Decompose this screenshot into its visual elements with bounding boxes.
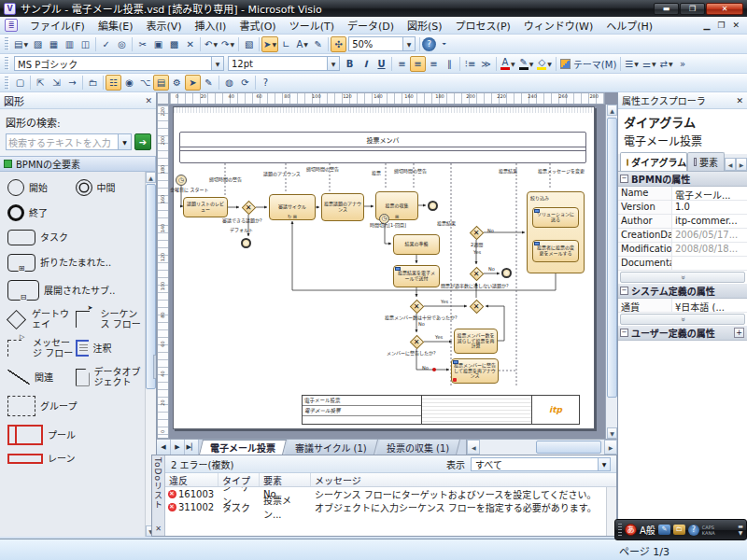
stencil-collapsed[interactable]: 折りたたまれた.. — [7, 254, 143, 272]
stencil-msgflow[interactable]: メッセージ フロー — [7, 338, 76, 358]
ime-help-icon[interactable]: ? — [688, 525, 699, 536]
bpmn-gw-join[interactable]: ✕ — [469, 299, 484, 314]
zoom-dropdown-icon[interactable]: ▼ — [402, 37, 415, 50]
overflow-icon[interactable]: » — [675, 56, 691, 72]
stencil-pool[interactable]: プール — [7, 425, 143, 445]
toolbar-options-icon[interactable]: ⏷ — [436, 36, 452, 52]
ime-toolbox-icon[interactable]: 🗀 — [673, 525, 685, 535]
bpmn-end-collect[interactable] — [428, 201, 438, 211]
redo-icon[interactable]: ↷▼ — [219, 36, 236, 52]
theme-button[interactable]: テーマ(M) — [558, 56, 618, 72]
help-button[interactable]: ? — [422, 37, 436, 51]
line-weight-icon[interactable]: ☰▼ — [623, 56, 641, 72]
bpmn-start-timer[interactable]: ◷ — [176, 175, 187, 186]
stencil-seqflow[interactable]: シーケンス フロー — [76, 309, 144, 329]
fill-color-icon[interactable]: ◇▼ — [535, 56, 554, 72]
spelling-icon[interactable]: ✓ — [98, 36, 114, 52]
bpmn-end-default[interactable] — [241, 238, 251, 248]
vertical-text-icon[interactable]: ∥ — [442, 56, 458, 72]
first-page-icon[interactable]: ◀ — [157, 440, 171, 455]
attribute-tab-1[interactable]: 要素 — [687, 152, 725, 171]
menu-item-2[interactable]: 表示(V) — [139, 16, 188, 35]
mdi-minimize-icon[interactable]: ▁ — [703, 21, 710, 30]
section-1[interactable]: −システム定義の属性 — [618, 284, 747, 299]
font-name-combobox[interactable]: MS Pゴシック ▼ — [14, 56, 224, 71]
mdi-restore-icon[interactable]: ❐ — [717, 21, 725, 30]
issues-column-0[interactable]: 違反 — [165, 473, 218, 486]
help-process-icon[interactable]: ? — [258, 75, 274, 91]
ink-icon[interactable]: ✎ — [201, 75, 217, 91]
canvas-horizontal-scrollbar[interactable]: ◀ ▶ — [466, 440, 617, 455]
prop-value[interactable]: itp-commer... — [672, 215, 747, 228]
indent-icon[interactable]: ≫ — [478, 56, 494, 72]
drawing-page[interactable]: 投票メンバ ◷議題リストのレビュー✕審議サイクル↻ ⊞投票議題のアナウンス投票の… — [173, 106, 595, 429]
stencil-group[interactable]: グループ — [7, 396, 143, 416]
panel-splitter-handle[interactable] — [153, 355, 156, 379]
bpmn-gw-enough[interactable]: ✕ — [409, 299, 424, 314]
bpmn-task-mail-change[interactable]: 投票者に投票の変更をメールする — [532, 240, 579, 262]
bpmn-task-send[interactable]: 投票結果を電子メールで送付 — [393, 265, 440, 287]
font-color-icon[interactable]: A▼ — [499, 56, 517, 72]
bpmn-end-late[interactable] — [501, 268, 512, 278]
print-icon[interactable]: ▥ — [62, 36, 78, 52]
stencil-end[interactable]: 終了 — [7, 204, 143, 221]
expand-more-button[interactable]: » — [620, 314, 745, 325]
issues-window-icon[interactable]: ▤ — [153, 75, 169, 91]
open-icon[interactable]: ▨ — [30, 36, 46, 52]
section-2[interactable]: −ユーザー定義の属性+ — [618, 326, 747, 341]
underline-icon[interactable]: U — [374, 56, 389, 72]
scroll-up-icon[interactable]: ▲ — [146, 172, 156, 183]
bpmn-task-prepare[interactable]: 結果の準備 — [393, 234, 440, 255]
find-shape-icon[interactable]: ◉ — [121, 75, 137, 91]
prop-row-CreationDa...[interactable]: CreationDa...2006/05/17... — [618, 229, 747, 243]
bpmn-task-rewarn[interactable]: 投票メンバーに警告して投票を再アナウンス — [451, 358, 499, 384]
import-data-icon[interactable]: ⇱ — [33, 75, 49, 91]
prop-value[interactable]: 2008/08/18... — [672, 243, 747, 256]
undo-icon[interactable]: ↶▼ — [203, 36, 219, 52]
menu-item-7[interactable]: 図形(S) — [401, 16, 449, 35]
prop-value[interactable]: 2006/05/17... — [672, 229, 747, 242]
issue-row-0[interactable]: ✕161003シーケン...Noシーケンス フローにターゲットおよびソースを設定… — [165, 487, 616, 500]
stencil-task[interactable]: タスク — [7, 230, 143, 245]
issues-column-1[interactable]: タイプ — [218, 473, 260, 486]
line-ends-icon[interactable]: ⇄▼ — [658, 56, 675, 72]
italic-icon[interactable]: I — [358, 56, 374, 72]
connector-tool-icon[interactable]: ∟ — [278, 36, 294, 52]
page-tab-2[interactable]: 投票の収集 (1) — [376, 440, 460, 455]
menu-item-9[interactable]: ウィンドウ(W) — [517, 16, 599, 35]
stencil-lane[interactable]: レーン — [7, 454, 143, 464]
minimize-button[interactable]: ▬ — [654, 3, 679, 15]
close-button[interactable]: ✕ — [706, 3, 743, 15]
toolbar-grip3[interactable] — [5, 77, 9, 90]
toolbar-grip[interactable] — [5, 37, 9, 50]
issue-row-1[interactable]: ✕311002タスク投票メン...オブジェクトに入力シーケンス フローを指定する… — [165, 500, 616, 513]
title-block[interactable]: 電子メール投票 電子メール投票 itp — [302, 395, 580, 425]
process-engine-icon[interactable]: ⚙ — [169, 75, 185, 91]
collapse-icon[interactable]: − — [620, 329, 628, 337]
copy-icon[interactable]: ▣ — [150, 36, 166, 52]
page-tab-1[interactable]: 審議サイクル (1) — [285, 440, 378, 455]
expand-more-button[interactable]: » — [620, 272, 745, 283]
pan-zoom-icon[interactable]: ✣ — [331, 36, 346, 52]
scroll-left-icon[interactable]: ◀ — [467, 440, 480, 455]
shape-window-icon[interactable]: ▧ — [241, 36, 257, 52]
shapes-panel-close-icon[interactable]: ✕ — [145, 96, 152, 105]
scroll-right-icon[interactable]: ▶ — [604, 440, 617, 455]
stencil-intermediate[interactable]: 中間 — [76, 179, 144, 196]
collapse-icon[interactable]: − — [620, 287, 628, 295]
save-icon[interactable]: ▦ — [46, 36, 62, 52]
section-0[interactable]: −BPMNの属性 — [618, 172, 747, 187]
issues-filter-combobox[interactable]: すべて ▼ — [471, 457, 611, 471]
new-drawing-icon[interactable]: ▤▼ — [12, 36, 30, 52]
stencil-association[interactable]: 関連 — [7, 370, 76, 385]
menu-item-10[interactable]: ヘルプ(H) — [599, 16, 659, 35]
align-right-icon[interactable]: ≡ — [426, 56, 442, 72]
collapse-icon[interactable]: − — [620, 175, 628, 183]
tab-scroll-left-icon[interactable]: ◀ — [725, 158, 736, 171]
issues-close-icon[interactable]: ✕ — [155, 525, 162, 533]
paste-icon[interactable]: ▩ — [166, 36, 182, 52]
open-stencil-icon[interactable]: 🗀 — [85, 75, 101, 91]
shapes-window-icon[interactable]: ☷ — [106, 75, 121, 91]
cut-icon[interactable]: ✂ — [134, 36, 150, 52]
shape-search-input[interactable]: 検索するテキストを入力 — [6, 133, 119, 150]
